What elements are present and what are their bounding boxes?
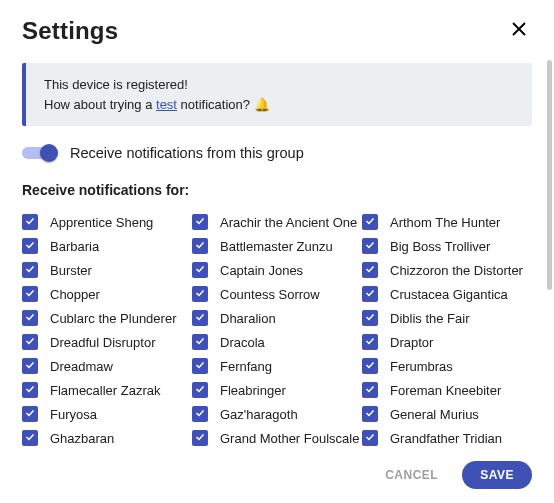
list-item[interactable]: Dharalion [192,306,362,330]
toggle-label: Receive notifications from this group [70,145,304,161]
checkbox[interactable] [22,430,38,446]
banner-line2: How about trying a test notification? 🔔 [44,95,514,115]
list-item[interactable]: Apprentice Sheng [22,210,192,234]
checkbox[interactable] [192,382,208,398]
checkbox[interactable] [362,310,378,326]
list-item[interactable]: Chizzoron the Distorter [362,258,532,282]
list-item[interactable]: Captain Jones [192,258,362,282]
list-item[interactable]: Flamecaller Zazrak [22,378,192,402]
list-item[interactable]: Grandfather Tridian [362,426,532,450]
check-icon [364,335,376,350]
list-item-label: Fleabringer [220,383,286,398]
checkbox[interactable] [192,214,208,230]
checkbox[interactable] [362,406,378,422]
checkbox[interactable] [22,286,38,302]
list-item[interactable]: Fernfang [192,354,362,378]
list-item[interactable]: Countess Sorrow [192,282,362,306]
check-icon [24,311,36,326]
list-item-label: Draptor [390,335,433,350]
check-icon [194,311,206,326]
check-icon [194,359,206,374]
checkbox[interactable] [22,382,38,398]
scrollbar[interactable] [547,60,552,290]
cancel-button[interactable]: CANCEL [379,467,444,483]
checkbox[interactable] [192,310,208,326]
check-icon [364,263,376,278]
bell-icon: 🔔 [254,97,270,112]
list-item[interactable]: Dreadmaw [22,354,192,378]
checkbox[interactable] [22,310,38,326]
check-icon [24,287,36,302]
check-icon [24,407,36,422]
list-item[interactable]: Cublarc the Plunderer [22,306,192,330]
check-icon [194,215,206,230]
checkbox[interactable] [362,214,378,230]
list-item[interactable]: Grand Mother Foulscale [192,426,362,450]
list-item[interactable]: Arachir the Ancient One [192,210,362,234]
list-item-label: Arthom The Hunter [390,215,500,230]
list-item[interactable]: General Murius [362,402,532,426]
check-icon [364,239,376,254]
checkbox[interactable] [192,406,208,422]
section-label: Receive notifications for: [22,182,532,198]
list-item[interactable]: Battlemaster Zunzu [192,234,362,258]
page-title: Settings [22,17,118,45]
check-icon [364,431,376,446]
check-icon [24,359,36,374]
list-item[interactable]: Gaz'haragoth [192,402,362,426]
list-item[interactable]: Barbaria [22,234,192,258]
checkbox[interactable] [192,262,208,278]
checkbox[interactable] [22,406,38,422]
checkbox[interactable] [362,430,378,446]
list-item-label: Gaz'haragoth [220,407,298,422]
list-item[interactable]: Crustacea Gigantica [362,282,532,306]
list-item[interactable]: Dracola [192,330,362,354]
list-item[interactable]: Burster [22,258,192,282]
list-item[interactable]: Arthom The Hunter [362,210,532,234]
list-item-label: Arachir the Ancient One [220,215,357,230]
check-icon [24,335,36,350]
check-icon [364,407,376,422]
group-notifications-toggle[interactable] [22,144,56,162]
list-item-label: Furyosa [50,407,97,422]
list-item[interactable]: Dreadful Disruptor [22,330,192,354]
test-notification-link[interactable]: test [156,97,177,112]
checkbox[interactable] [362,262,378,278]
list-item[interactable]: Draptor [362,330,532,354]
list-item[interactable]: Diblis the Fair [362,306,532,330]
checkbox[interactable] [22,262,38,278]
checkbox[interactable] [192,238,208,254]
checkbox[interactable] [22,358,38,374]
checkbox[interactable] [192,430,208,446]
check-icon [194,239,206,254]
close-icon [510,20,528,41]
checkbox[interactable] [362,286,378,302]
checkbox[interactable] [362,358,378,374]
list-item[interactable]: Ghazbaran [22,426,192,450]
check-icon [364,311,376,326]
list-item[interactable]: Big Boss Trolliver [362,234,532,258]
save-button[interactable]: SAVE [462,461,532,489]
list-item[interactable]: Fleabringer [192,378,362,402]
checkbox[interactable] [22,238,38,254]
check-icon [24,215,36,230]
list-item-label: General Murius [390,407,479,422]
checkbox[interactable] [22,214,38,230]
list-item[interactable]: Furyosa [22,402,192,426]
list-item[interactable]: Chopper [22,282,192,306]
list-item-label: Diblis the Fair [390,311,469,326]
checkbox[interactable] [192,286,208,302]
checkbox[interactable] [362,334,378,350]
checkbox[interactable] [362,382,378,398]
list-item[interactable]: Foreman Kneebiter [362,378,532,402]
list-item[interactable]: Ferumbras [362,354,532,378]
close-button[interactable] [506,16,532,45]
settings-dialog: Settings This device is registered! How … [0,0,554,503]
checkbox[interactable] [362,238,378,254]
check-icon [194,383,206,398]
checkbox[interactable] [192,334,208,350]
check-icon [194,407,206,422]
list-item-label: Fernfang [220,359,272,374]
checkbox[interactable] [22,334,38,350]
checkbox[interactable] [192,358,208,374]
